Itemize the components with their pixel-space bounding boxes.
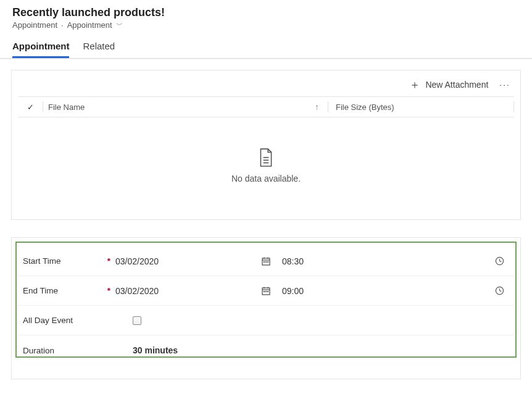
column-filename[interactable]: File Name ↑ bbox=[43, 102, 328, 112]
start-time-label: Start Time bbox=[23, 256, 61, 266]
required-marker: * bbox=[107, 256, 110, 266]
new-attachment-label: New Attachment bbox=[425, 80, 488, 90]
clock-icon[interactable] bbox=[495, 286, 504, 295]
calendar-icon[interactable] bbox=[261, 286, 271, 296]
end-time-input[interactable]: 09:00 bbox=[282, 286, 495, 296]
column-filesize-label: File Size (Bytes) bbox=[336, 103, 394, 112]
svg-rect-19 bbox=[267, 291, 268, 292]
end-time-label: End Time bbox=[23, 286, 58, 295]
row-end-time: End Time * 03/02/2020 09:00 bbox=[18, 276, 514, 306]
all-day-checkbox[interactable] bbox=[133, 316, 141, 325]
empty-state-text: No data available. bbox=[18, 174, 514, 183]
start-time-input[interactable]: 08:30 bbox=[282, 256, 495, 266]
all-day-label: All Day Event bbox=[23, 316, 73, 325]
more-menu-button[interactable]: ··· bbox=[499, 80, 510, 90]
column-filesize[interactable]: File Size (Bytes) bbox=[328, 103, 513, 112]
svg-rect-7 bbox=[264, 261, 265, 263]
svg-rect-17 bbox=[264, 291, 265, 292]
plus-icon: ＋ bbox=[409, 79, 420, 90]
duration-label: Duration bbox=[23, 346, 54, 355]
end-date-input[interactable]: 03/02/2020 bbox=[115, 286, 261, 296]
new-attachment-button[interactable]: ＋ New Attachment bbox=[409, 79, 488, 90]
clock-icon[interactable] bbox=[495, 256, 504, 266]
svg-rect-18 bbox=[265, 291, 267, 292]
empty-state: No data available. bbox=[18, 117, 514, 208]
required-marker: * bbox=[107, 286, 110, 295]
column-filename-label: File Name bbox=[48, 103, 85, 112]
duration-value[interactable]: 30 minutes bbox=[133, 345, 178, 355]
calendar-icon[interactable] bbox=[261, 256, 271, 266]
sort-ascending-icon[interactable]: ↑ bbox=[315, 102, 319, 112]
attachments-grid-header: ✓ File Name ↑ File Size (Bytes) bbox=[18, 96, 514, 117]
tab-bar: Appointment Related bbox=[0, 30, 532, 59]
tab-appointment[interactable]: Appointment bbox=[12, 41, 69, 58]
breadcrumb-separator: · bbox=[61, 20, 64, 30]
svg-line-22 bbox=[500, 291, 502, 292]
svg-rect-8 bbox=[265, 261, 267, 263]
attachments-panel: ＋ New Attachment ··· ✓ File Name ↑ File … bbox=[11, 70, 521, 220]
breadcrumb[interactable]: Appointment · Appointment ﹀ bbox=[12, 20, 520, 30]
row-start-time: Start Time * 03/02/2020 08:30 bbox=[18, 246, 514, 276]
svg-line-12 bbox=[500, 261, 502, 262]
row-all-day: All Day Event bbox=[18, 306, 514, 335]
svg-rect-9 bbox=[267, 261, 268, 263]
document-icon bbox=[18, 148, 514, 169]
chevron-down-icon[interactable]: ﹀ bbox=[116, 20, 123, 30]
row-duration: Duration 30 minutes bbox=[18, 335, 514, 365]
breadcrumb-entity: Appointment bbox=[12, 20, 57, 30]
schedule-panel: Start Time * 03/02/2020 08:30 bbox=[11, 237, 521, 379]
page-title: Recently launched products! bbox=[12, 6, 520, 19]
tab-related[interactable]: Related bbox=[83, 41, 115, 58]
start-date-input[interactable]: 03/02/2020 bbox=[115, 256, 261, 266]
select-all-checkbox[interactable]: ✓ bbox=[18, 103, 43, 112]
breadcrumb-type: Appointment bbox=[67, 20, 112, 30]
